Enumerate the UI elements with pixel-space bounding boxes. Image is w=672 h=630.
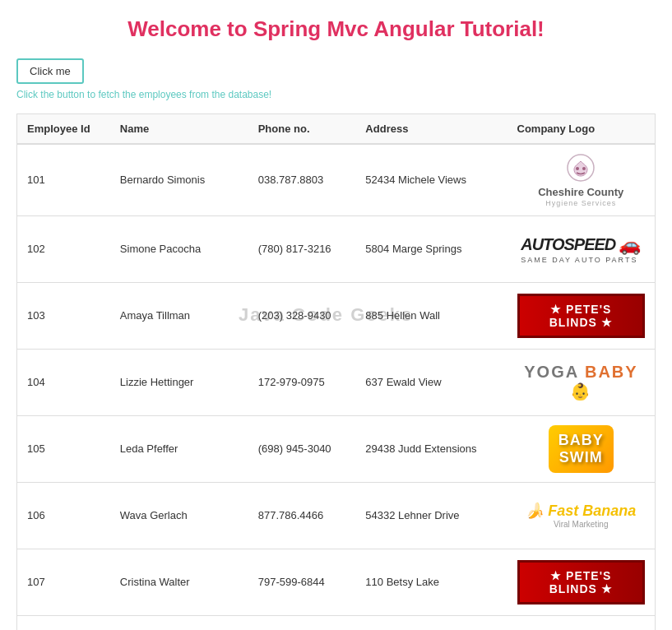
- cell-name: Wava Gerlach: [110, 482, 248, 549]
- table-header-row: Employee Id Name Phone no. Address Compa…: [17, 114, 656, 145]
- cell-phone: 797-599-6844: [248, 549, 356, 615]
- cell-name: Leda Pfeffer: [110, 415, 248, 482]
- cell-id: 107: [17, 549, 110, 615]
- cell-name: Tyrell Morissette: [110, 615, 248, 630]
- page-title: Welcome to Spring Mvc Angular Tutorial!: [16, 16, 656, 42]
- cell-logo: Cheshire County Hygiene Services: [507, 144, 656, 215]
- svg-point-1: [576, 167, 579, 170]
- cell-address: 5804 Marge Springs: [355, 215, 507, 282]
- svg-point-2: [582, 167, 586, 170]
- cell-logo: YOGA BABY 👶: [507, 349, 656, 415]
- table-row: 102 Simone Pacocha (780) 817-3216 5804 M…: [17, 215, 656, 282]
- cell-name: Simone Pacocha: [110, 215, 248, 282]
- cell-id: 102: [17, 215, 110, 282]
- cell-name: Bernardo Simonis: [110, 144, 248, 215]
- cell-address: 29438 Judd Extensions: [355, 415, 507, 482]
- cell-name: Cristina Walter: [110, 549, 248, 615]
- cell-phone: (203) 328-9430: [248, 282, 356, 349]
- col-header-address: Address: [355, 114, 507, 145]
- cell-phone: 172-979-0975: [248, 349, 356, 415]
- table-row: 101 Bernardo Simonis 038.787.8803 52434 …: [17, 144, 656, 215]
- col-header-logo: Company Logo: [507, 114, 656, 145]
- col-header-name: Name: [110, 114, 248, 145]
- cell-phone: (780) 817-3216: [248, 215, 356, 282]
- cell-address: 885 Hellen Wall: [355, 282, 507, 349]
- table-row: 105 Leda Pfeffer (698) 945-3040 29438 Ju…: [17, 415, 656, 482]
- cell-phone: 306-263-8801: [248, 615, 356, 630]
- cell-address: 637 Ewald View: [355, 349, 507, 415]
- cell-logo: 🍌 Fast Banana Viral Marketing: [507, 482, 656, 549]
- col-header-id: Employee Id: [17, 114, 110, 145]
- cell-id: 105: [17, 415, 110, 482]
- cell-name: Amaya Tillman: [110, 282, 248, 349]
- table-row: 103 Amaya Tillman (203) 328-9430 885 Hel…: [17, 282, 656, 349]
- table-row: 108 Tyrell Morissette 306-263-8801 53675…: [17, 615, 656, 630]
- col-header-phone: Phone no.: [248, 114, 356, 145]
- cell-logo: G GREENS FOOD SUPPLIERS WHOLE DELIVERY S…: [507, 615, 656, 630]
- cell-logo: ★ PETE'S BLINDS ★: [507, 282, 656, 349]
- cell-id: 108: [17, 615, 110, 630]
- cell-address: 54332 Lehner Drive: [355, 482, 507, 549]
- hint-text: Click the button to fetch the employees …: [16, 89, 656, 100]
- cell-id: 103: [17, 282, 110, 349]
- table-row: 104 Lizzie Hettinger 172-979-0975 637 Ew…: [17, 349, 656, 415]
- cell-phone: (698) 945-3040: [248, 415, 356, 482]
- cell-phone: 038.787.8803: [248, 144, 356, 215]
- cell-logo: BABYSWIM: [507, 415, 656, 482]
- table-row: 107 Cristina Walter 797-599-6844 110 Bet…: [17, 549, 656, 615]
- cell-address: 53675 O'Reilly Island: [355, 615, 507, 630]
- cell-phone: 877.786.4466: [248, 482, 356, 549]
- click-me-button[interactable]: Click me: [16, 58, 84, 84]
- cell-logo: AUTOSPEED 🚗 SAME DAY AUTO PARTS: [507, 215, 656, 282]
- cell-address: 110 Betsy Lake: [355, 549, 507, 615]
- cell-id: 104: [17, 349, 110, 415]
- cell-address: 52434 Michele Views: [355, 144, 507, 215]
- cell-logo: ★ PETE'S BLINDS ★: [507, 549, 656, 615]
- cell-id: 101: [17, 144, 110, 215]
- table-row: 106 Wava Gerlach 877.786.4466 54332 Lehn…: [17, 482, 656, 549]
- cell-name: Lizzie Hettinger: [110, 349, 248, 415]
- employees-table: Employee Id Name Phone no. Address Compa…: [16, 113, 656, 630]
- cell-id: 106: [17, 482, 110, 549]
